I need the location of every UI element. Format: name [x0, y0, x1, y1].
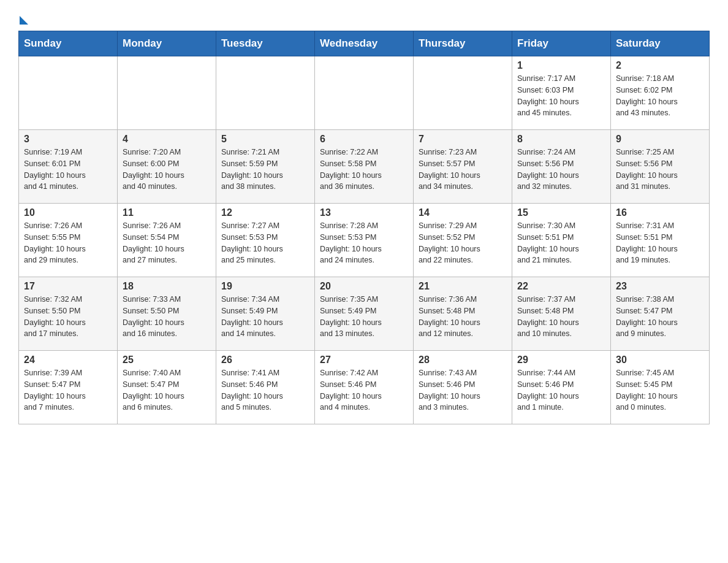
day-info: Sunrise: 7:20 AMSunset: 6:00 PMDaylight:… [123, 147, 211, 193]
day-number: 3 [24, 134, 112, 145]
day-number: 18 [123, 281, 211, 292]
calendar-week-row: 3Sunrise: 7:19 AMSunset: 6:01 PMDaylight… [19, 130, 710, 204]
weekday-header-tuesday: Tuesday [216, 31, 315, 56]
day-info: Sunrise: 7:38 AMSunset: 5:47 PMDaylight:… [616, 294, 704, 340]
day-number: 4 [123, 134, 211, 145]
calendar-cell: 3Sunrise: 7:19 AMSunset: 6:01 PMDaylight… [19, 130, 118, 204]
calendar-cell: 28Sunrise: 7:43 AMSunset: 5:46 PMDayligh… [414, 351, 512, 424]
calendar-table: SundayMondayTuesdayWednesdayThursdayFrid… [18, 31, 710, 424]
day-number: 6 [320, 134, 408, 145]
day-number: 1 [517, 60, 605, 71]
day-number: 14 [419, 207, 507, 218]
day-info: Sunrise: 7:42 AMSunset: 5:46 PMDaylight:… [320, 367, 408, 413]
day-number: 8 [517, 134, 605, 145]
calendar-cell: 18Sunrise: 7:33 AMSunset: 5:50 PMDayligh… [118, 277, 216, 351]
logo [18, 12, 28, 18]
calendar-cell [216, 56, 315, 130]
day-info: Sunrise: 7:24 AMSunset: 5:56 PMDaylight:… [517, 147, 605, 193]
weekday-header-friday: Friday [512, 31, 611, 56]
day-info: Sunrise: 7:32 AMSunset: 5:50 PMDaylight:… [24, 294, 112, 340]
day-info: Sunrise: 7:25 AMSunset: 5:56 PMDaylight:… [616, 147, 704, 193]
day-number: 24 [24, 354, 112, 366]
day-info: Sunrise: 7:26 AMSunset: 5:55 PMDaylight:… [24, 220, 112, 266]
day-info: Sunrise: 7:26 AMSunset: 5:54 PMDaylight:… [123, 220, 211, 266]
calendar-week-row: 1Sunrise: 7:17 AMSunset: 6:03 PMDaylight… [19, 56, 710, 130]
calendar-cell: 24Sunrise: 7:39 AMSunset: 5:47 PMDayligh… [19, 351, 118, 424]
day-number: 25 [123, 354, 211, 366]
day-info: Sunrise: 7:28 AMSunset: 5:53 PMDaylight:… [320, 220, 408, 266]
calendar-cell: 30Sunrise: 7:45 AMSunset: 5:45 PMDayligh… [611, 351, 710, 424]
calendar-cell: 19Sunrise: 7:34 AMSunset: 5:49 PMDayligh… [216, 277, 315, 351]
calendar-cell: 22Sunrise: 7:37 AMSunset: 5:48 PMDayligh… [512, 277, 611, 351]
day-number: 17 [24, 281, 112, 292]
calendar-cell: 23Sunrise: 7:38 AMSunset: 5:47 PMDayligh… [611, 277, 710, 351]
day-number: 29 [517, 354, 605, 366]
weekday-header-thursday: Thursday [414, 31, 512, 56]
weekday-header-wednesday: Wednesday [315, 31, 414, 56]
day-number: 2 [616, 60, 704, 71]
day-info: Sunrise: 7:43 AMSunset: 5:46 PMDaylight:… [419, 367, 507, 413]
calendar-cell: 10Sunrise: 7:26 AMSunset: 5:55 PMDayligh… [19, 204, 118, 277]
day-info: Sunrise: 7:19 AMSunset: 6:01 PMDaylight:… [24, 147, 112, 193]
day-number: 13 [320, 207, 408, 218]
calendar-cell: 16Sunrise: 7:31 AMSunset: 5:51 PMDayligh… [611, 204, 710, 277]
day-info: Sunrise: 7:29 AMSunset: 5:52 PMDaylight:… [419, 220, 507, 266]
day-info: Sunrise: 7:40 AMSunset: 5:47 PMDaylight:… [123, 367, 211, 413]
day-number: 11 [123, 207, 211, 218]
calendar-cell: 11Sunrise: 7:26 AMSunset: 5:54 PMDayligh… [118, 204, 216, 277]
day-info: Sunrise: 7:34 AMSunset: 5:49 PMDaylight:… [221, 294, 309, 340]
calendar-cell: 26Sunrise: 7:41 AMSunset: 5:46 PMDayligh… [216, 351, 315, 424]
calendar-cell [19, 56, 118, 130]
calendar-cell: 5Sunrise: 7:21 AMSunset: 5:59 PMDaylight… [216, 130, 315, 204]
day-info: Sunrise: 7:44 AMSunset: 5:46 PMDaylight:… [517, 367, 605, 413]
day-number: 26 [221, 354, 309, 366]
day-info: Sunrise: 7:17 AMSunset: 6:03 PMDaylight:… [517, 73, 605, 119]
day-info: Sunrise: 7:33 AMSunset: 5:50 PMDaylight:… [123, 294, 211, 340]
day-number: 10 [24, 207, 112, 218]
day-number: 12 [221, 207, 309, 218]
day-number: 22 [517, 281, 605, 292]
day-info: Sunrise: 7:31 AMSunset: 5:51 PMDaylight:… [616, 220, 704, 266]
calendar-week-row: 24Sunrise: 7:39 AMSunset: 5:47 PMDayligh… [19, 351, 710, 424]
day-number: 21 [419, 281, 507, 292]
day-info: Sunrise: 7:35 AMSunset: 5:49 PMDaylight:… [320, 294, 408, 340]
calendar-cell: 4Sunrise: 7:20 AMSunset: 6:00 PMDaylight… [118, 130, 216, 204]
calendar-cell: 15Sunrise: 7:30 AMSunset: 5:51 PMDayligh… [512, 204, 611, 277]
day-info: Sunrise: 7:21 AMSunset: 5:59 PMDaylight:… [221, 147, 309, 193]
weekday-header-saturday: Saturday [611, 31, 710, 56]
day-number: 27 [320, 354, 408, 366]
calendar-cell [315, 56, 414, 130]
calendar-cell: 17Sunrise: 7:32 AMSunset: 5:50 PMDayligh… [19, 277, 118, 351]
calendar-cell: 20Sunrise: 7:35 AMSunset: 5:49 PMDayligh… [315, 277, 414, 351]
day-number: 5 [221, 134, 309, 145]
day-number: 28 [419, 354, 507, 366]
calendar-cell: 2Sunrise: 7:18 AMSunset: 6:02 PMDaylight… [611, 56, 710, 130]
calendar-cell: 12Sunrise: 7:27 AMSunset: 5:53 PMDayligh… [216, 204, 315, 277]
calendar-cell: 27Sunrise: 7:42 AMSunset: 5:46 PMDayligh… [315, 351, 414, 424]
calendar-header-row: SundayMondayTuesdayWednesdayThursdayFrid… [19, 31, 710, 56]
page-header [18, 12, 710, 18]
day-info: Sunrise: 7:27 AMSunset: 5:53 PMDaylight:… [221, 220, 309, 266]
day-number: 19 [221, 281, 309, 292]
day-info: Sunrise: 7:37 AMSunset: 5:48 PMDaylight:… [517, 294, 605, 340]
logo-arrow-icon [20, 16, 28, 25]
calendar-cell: 1Sunrise: 7:17 AMSunset: 6:03 PMDaylight… [512, 56, 611, 130]
day-info: Sunrise: 7:41 AMSunset: 5:46 PMDaylight:… [221, 367, 309, 413]
day-number: 20 [320, 281, 408, 292]
day-number: 23 [616, 281, 704, 292]
calendar-cell [118, 56, 216, 130]
weekday-header-monday: Monday [118, 31, 216, 56]
day-info: Sunrise: 7:39 AMSunset: 5:47 PMDaylight:… [24, 367, 112, 413]
calendar-cell: 7Sunrise: 7:23 AMSunset: 5:57 PMDaylight… [414, 130, 512, 204]
day-number: 9 [616, 134, 704, 145]
calendar-cell: 8Sunrise: 7:24 AMSunset: 5:56 PMDaylight… [512, 130, 611, 204]
calendar-cell: 14Sunrise: 7:29 AMSunset: 5:52 PMDayligh… [414, 204, 512, 277]
day-info: Sunrise: 7:23 AMSunset: 5:57 PMDaylight:… [419, 147, 507, 193]
day-number: 16 [616, 207, 704, 218]
calendar-cell: 6Sunrise: 7:22 AMSunset: 5:58 PMDaylight… [315, 130, 414, 204]
day-info: Sunrise: 7:30 AMSunset: 5:51 PMDaylight:… [517, 220, 605, 266]
calendar-cell: 29Sunrise: 7:44 AMSunset: 5:46 PMDayligh… [512, 351, 611, 424]
day-info: Sunrise: 7:18 AMSunset: 6:02 PMDaylight:… [616, 73, 704, 119]
calendar-week-row: 10Sunrise: 7:26 AMSunset: 5:55 PMDayligh… [19, 204, 710, 277]
calendar-cell: 25Sunrise: 7:40 AMSunset: 5:47 PMDayligh… [118, 351, 216, 424]
